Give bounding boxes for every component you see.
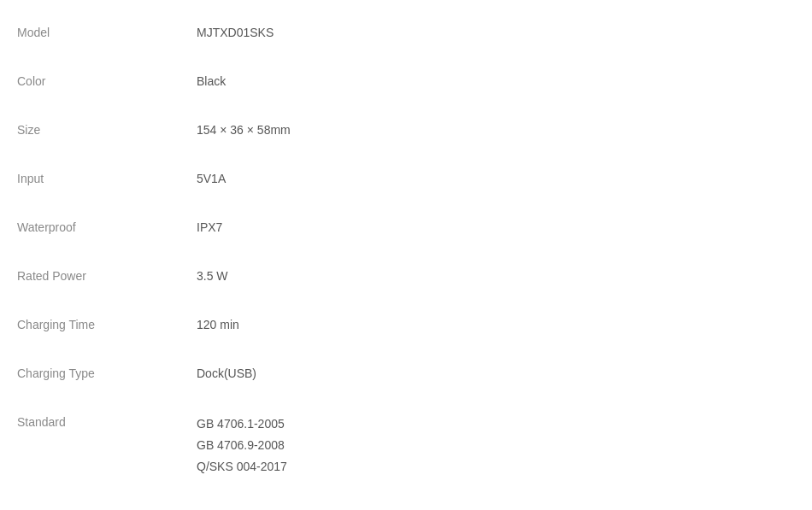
spec-value-line-standard: GB 4706.1-2005 (197, 413, 795, 435)
spec-value-waterproof: IPX7 (197, 219, 795, 237)
spec-label-size: Size (17, 121, 197, 139)
spec-row-charging-time: Charging Time120 min (17, 301, 795, 349)
spec-row-standard: StandardGB 4706.1-2005GB 4706.9-2008Q/SK… (17, 398, 795, 494)
spec-value-color: Black (197, 73, 795, 91)
spec-value-rated-power: 3.5 W (197, 267, 795, 285)
spec-label-model: Model (17, 24, 197, 42)
spec-table: ModelMJTXD01SKSColorBlackSize154 × 36 × … (0, 0, 812, 502)
spec-label-input: Input (17, 170, 197, 188)
spec-label-charging-time: Charging Time (17, 316, 197, 334)
spec-label-standard: Standard (17, 413, 197, 431)
spec-row-input: Input5V1A (17, 155, 795, 203)
spec-row-waterproof: WaterproofIPX7 (17, 203, 795, 252)
spec-value-line-standard: GB 4706.9-2008 (197, 435, 795, 456)
spec-row-rated-power: Rated Power3.5 W (17, 252, 795, 301)
spec-value-charging-time: 120 min (197, 316, 795, 334)
spec-label-waterproof: Waterproof (17, 219, 197, 237)
spec-value-model: MJTXD01SKS (197, 24, 795, 42)
spec-label-charging-type: Charging Type (17, 365, 197, 383)
spec-value-input: 5V1A (197, 170, 795, 188)
spec-row-size: Size154 × 36 × 58mm (17, 106, 795, 155)
spec-value-charging-type: Dock(USB) (197, 365, 795, 383)
spec-row-model: ModelMJTXD01SKS (17, 9, 795, 57)
spec-label-color: Color (17, 73, 197, 91)
spec-value-line-standard: Q/SKS 004-2017 (197, 456, 795, 478)
spec-value-standard: GB 4706.1-2005GB 4706.9-2008Q/SKS 004-20… (197, 413, 795, 478)
spec-row-color: ColorBlack (17, 57, 795, 106)
spec-value-size: 154 × 36 × 58mm (197, 121, 795, 139)
spec-row-charging-type: Charging TypeDock(USB) (17, 349, 795, 398)
spec-label-rated-power: Rated Power (17, 267, 197, 285)
